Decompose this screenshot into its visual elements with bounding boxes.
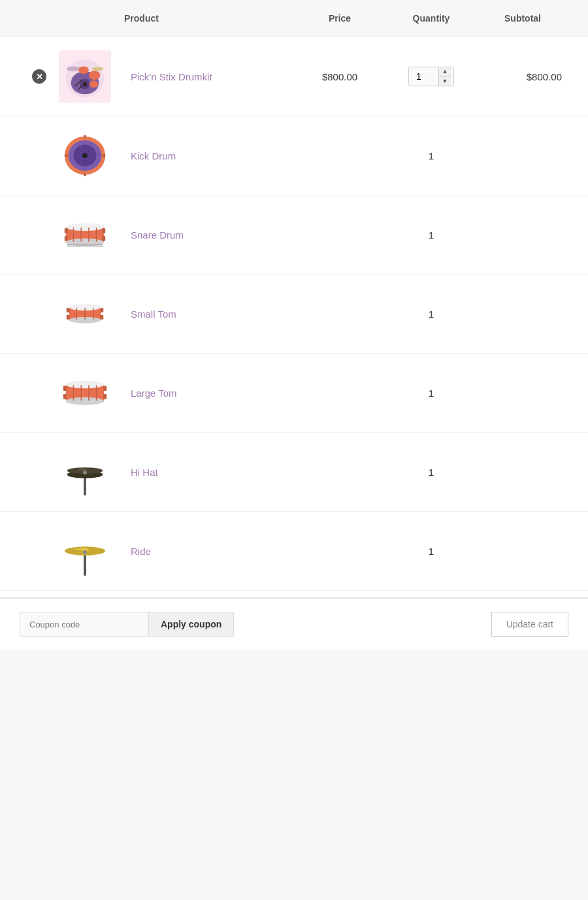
product-image-large-tom — [59, 367, 111, 419]
svg-rect-36 — [100, 308, 103, 312]
product-image-kick — [59, 129, 111, 182]
svg-point-5 — [67, 66, 80, 71]
svg-point-56 — [77, 468, 88, 471]
table-row: ✕ — [0, 37, 588, 116]
product-name-snare: Snare Drum — [124, 229, 294, 241]
table-row: Snare Drum 1 — [0, 195, 588, 275]
subtotal-drumkit: $800.00 — [477, 71, 568, 82]
cart-table: Product Price Quantity Subtotal ✕ — [0, 0, 588, 650]
product-name-hihat: Hi Hat — [124, 467, 294, 478]
cart-footer: Apply coupon Update cart — [0, 597, 588, 650]
quantity-up[interactable]: ▲ — [439, 67, 451, 76]
svg-rect-17 — [84, 135, 86, 139]
product-name-small-tom: Small Tom — [124, 308, 294, 320]
header-subtotal: Subtotal — [477, 13, 568, 24]
svg-rect-16 — [102, 154, 105, 157]
quantity-ride: 1 — [385, 546, 477, 557]
quantity-large-tom: 1 — [385, 388, 477, 399]
quantity-input[interactable] — [409, 68, 438, 85]
product-image-hihat — [59, 446, 111, 498]
coupon-input[interactable] — [20, 612, 148, 637]
svg-rect-18 — [84, 173, 86, 176]
svg-rect-38 — [100, 315, 103, 320]
product-image-small-tom — [59, 288, 111, 340]
remove-icon: ✕ — [32, 69, 46, 84]
quantity-cell-drumkit: ▲ ▼ — [385, 67, 477, 86]
product-name-ride: Ride — [124, 546, 294, 557]
svg-rect-24 — [65, 228, 68, 233]
header-remove — [20, 13, 59, 24]
svg-rect-48 — [103, 394, 106, 399]
apply-coupon-button[interactable]: Apply coupon — [148, 612, 234, 637]
svg-rect-45 — [63, 386, 67, 391]
svg-point-20 — [66, 223, 105, 231]
svg-point-6 — [78, 66, 89, 74]
header-image — [59, 13, 124, 24]
quantity-down[interactable]: ▼ — [439, 76, 451, 86]
product-image-drumkit — [59, 50, 111, 103]
quantity-kick: 1 — [385, 150, 477, 161]
product-image-snare — [59, 208, 111, 261]
svg-rect-37 — [67, 315, 70, 320]
table-row: Ride 1 — [0, 512, 588, 591]
quantity-spinners: ▲ ▼ — [438, 67, 451, 86]
svg-rect-15 — [65, 154, 68, 157]
table-row: Hi Hat 1 — [0, 433, 588, 512]
svg-point-57 — [83, 471, 87, 475]
svg-rect-27 — [102, 236, 105, 241]
table-row: Kick Drum 1 — [0, 116, 588, 195]
svg-point-14 — [82, 153, 88, 158]
svg-point-61 — [74, 548, 86, 551]
quantity-hihat: 1 — [385, 467, 477, 478]
quantity-small-tom: 1 — [385, 308, 477, 320]
product-name-kick: Kick Drum — [124, 150, 294, 161]
svg-rect-47 — [63, 394, 67, 399]
product-image-ride — [59, 525, 111, 577]
table-header: Product Price Quantity Subtotal — [0, 0, 588, 37]
svg-point-44 — [66, 397, 105, 405]
header-price: Price — [294, 13, 385, 24]
table-row: Large Tom 1 — [0, 354, 588, 433]
product-name-large-tom: Large Tom — [124, 388, 294, 399]
quantity-input-wrap: ▲ ▼ — [408, 67, 454, 86]
svg-rect-25 — [102, 228, 105, 233]
product-price-drumkit: $800.00 — [294, 71, 385, 82]
svg-point-4 — [89, 71, 101, 80]
svg-point-8 — [92, 67, 104, 71]
svg-point-43 — [66, 380, 105, 388]
remove-button[interactable]: ✕ — [20, 69, 59, 84]
update-cart-button[interactable]: Update cart — [491, 612, 568, 637]
coupon-section: Apply coupon — [20, 612, 234, 637]
table-row: Small Tom 1 — [0, 275, 588, 354]
product-name-drumkit: Pick'n Stix Drumkit — [124, 71, 294, 82]
header-product: Product — [124, 13, 294, 24]
quantity-snare: 1 — [385, 229, 477, 241]
svg-rect-26 — [65, 236, 68, 241]
svg-rect-58 — [84, 554, 86, 576]
header-quantity: Quantity — [385, 13, 477, 24]
svg-rect-35 — [67, 308, 70, 312]
svg-point-7 — [90, 80, 99, 88]
svg-point-62 — [83, 550, 87, 554]
svg-rect-46 — [103, 386, 106, 391]
